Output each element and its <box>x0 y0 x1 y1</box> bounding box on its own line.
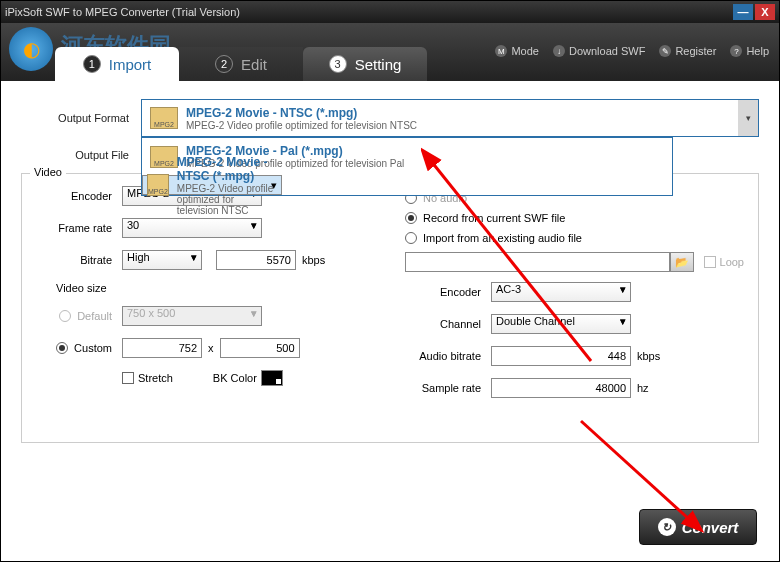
bkcolor-picker[interactable] <box>261 370 283 386</box>
framerate-label: Frame rate <box>36 222 122 234</box>
record-swf-radio[interactable] <box>405 212 417 224</box>
format-icon: MPG2 <box>150 146 178 168</box>
custom-height-input[interactable] <box>220 338 300 358</box>
tab-setting[interactable]: 3Setting <box>303 47 427 81</box>
custom-label: Custom <box>74 342 112 354</box>
browse-audio-button[interactable]: 📂 <box>670 252 694 272</box>
channel-select[interactable]: Double Channel ▾ <box>491 314 631 334</box>
mode-icon: M <box>495 45 507 57</box>
encoder-label: Encoder <box>36 190 122 202</box>
loop-checkbox <box>704 256 716 268</box>
bitrate-input[interactable] <box>216 250 296 270</box>
minimize-button[interactable]: — <box>733 4 753 20</box>
import-audio-label: Import from an existing audio file <box>423 232 582 244</box>
download-icon: ↓ <box>553 45 565 57</box>
format-icon: MPG2 <box>150 107 178 129</box>
video-group: Video Encoder MPEG-2 ▾ Frame rate 30 ▾ B… <box>21 173 759 443</box>
kbps-unit: kbps <box>302 254 325 266</box>
app-logo-icon: ◐ <box>9 27 53 71</box>
bitrate-mode-select[interactable]: High ▾ <box>122 250 202 270</box>
import-audio-radio[interactable] <box>405 232 417 244</box>
loop-label: Loop <box>720 256 744 268</box>
step-tabs: 1Import 2Edit 3Setting <box>55 47 427 81</box>
format-icon: MPG2 <box>147 174 169 196</box>
output-format-label: Output Format <box>21 112 141 124</box>
frame-rate-select[interactable]: 30 ▾ <box>122 218 262 238</box>
download-swf-link[interactable]: ↓Download SWF <box>553 45 645 57</box>
bitrate-label: Bitrate <box>36 254 122 266</box>
register-link[interactable]: ✎Register <box>659 45 716 57</box>
record-swf-label: Record from current SWF file <box>423 212 565 224</box>
sample-rate-input[interactable] <box>491 378 631 398</box>
sample-rate-label: Sample rate <box>405 382 491 394</box>
x-label: x <box>208 342 214 354</box>
video-legend: Video <box>30 166 66 178</box>
custom-width-input[interactable] <box>122 338 202 358</box>
audio-encoder-select[interactable]: AC-3 ▾ <box>491 282 631 302</box>
output-format-select[interactable]: MPG2 MPEG-2 Movie - NTSC (*.mpg) MPEG-2 … <box>141 99 759 137</box>
audio-encoder-label: Encoder <box>405 286 491 298</box>
close-button[interactable]: X <box>755 4 775 20</box>
titlebar: iPixSoft SWF to MPEG Converter (Trial Ve… <box>1 1 779 23</box>
default-size-select: 750 x 500 ▾ <box>122 306 262 326</box>
audio-file-input[interactable] <box>405 252 670 272</box>
chevron-down-icon: ▾ <box>738 100 758 136</box>
format-title: MPEG-2 Movie - NTSC (*.mpg) <box>186 106 417 120</box>
format-option-ntsc[interactable]: MPG2 MPEG-2 Movie - NTSC (*.mpg) MPEG-2 … <box>142 175 282 195</box>
top-links: MMode ↓Download SWF ✎Register ?Help <box>495 45 769 57</box>
register-icon: ✎ <box>659 45 671 57</box>
help-link[interactable]: ?Help <box>730 45 769 57</box>
mode-link[interactable]: MMode <box>495 45 539 57</box>
channel-label: Channel <box>405 318 491 330</box>
stretch-checkbox[interactable] <box>122 372 134 384</box>
format-dropdown: MPG2 MPEG-2 Movie - Pal (*.mpg) MPEG-2 V… <box>141 137 673 196</box>
stretch-label: Stretch <box>138 372 173 384</box>
default-label: Default <box>77 310 112 322</box>
convert-button[interactable]: ↻ Convert <box>639 509 757 545</box>
app-title: iPixSoft SWF to MPEG Converter (Trial Ve… <box>5 6 240 18</box>
audio-col: No audio Record from current SWF file Im… <box>405 186 744 410</box>
tab-import[interactable]: 1Import <box>55 47 179 81</box>
default-size-radio[interactable] <box>59 310 71 322</box>
format-desc: MPEG-2 Video profile optimized for telev… <box>186 120 417 131</box>
bkcolor-label: BK Color <box>213 372 257 384</box>
output-file-label: Output File <box>21 149 141 161</box>
custom-size-radio[interactable] <box>56 342 68 354</box>
tab-edit[interactable]: 2Edit <box>179 47 303 81</box>
audio-bitrate-input[interactable] <box>491 346 631 366</box>
help-icon: ? <box>730 45 742 57</box>
audio-bitrate-label: Audio bitrate <box>405 350 491 362</box>
content-area: Output Format MPG2 MPEG-2 Movie - NTSC (… <box>1 81 779 561</box>
convert-icon: ↻ <box>658 518 676 536</box>
video-size-label: Video size <box>36 282 122 294</box>
video-col: Encoder MPEG-2 ▾ Frame rate 30 ▾ Bitrate… <box>36 186 375 410</box>
header: ◐ 河东软件园 www.pc0359.cn MMode ↓Download SW… <box>1 23 779 81</box>
